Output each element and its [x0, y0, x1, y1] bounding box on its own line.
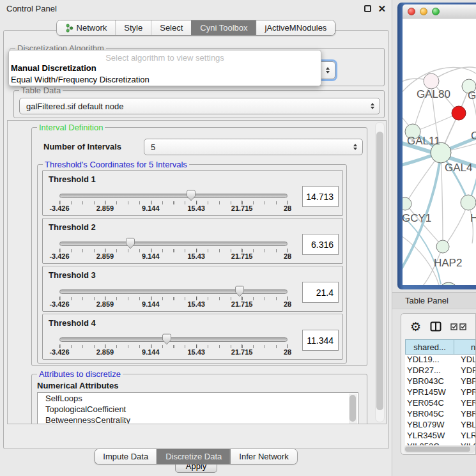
table-row[interactable]: YBR043CYBR0 [405, 376, 476, 387]
checkbox-checked-icon[interactable] [450, 323, 457, 330]
node-gcy1[interactable] [403, 197, 411, 210]
slider-track[interactable] [59, 289, 288, 294]
node-label: GAL4 [445, 162, 472, 174]
tick-label: 28 [284, 204, 291, 212]
tick-label: 28 [284, 300, 291, 308]
list-item[interactable]: SelfLoops [38, 393, 358, 404]
threshold-2-slider[interactable]: -3.426 2.859 9.144 15.43 21.715 28 [59, 242, 288, 246]
popup-item-equal-width-frequency[interactable]: Equal Width/Frequency Discretization [9, 74, 321, 86]
node-label: GAL11 [407, 135, 440, 147]
tick-label: 2.859 [96, 300, 114, 308]
top-tab-bar: Network Style Select Cyni Toolbox jActiv… [56, 20, 336, 36]
node-label: C [471, 130, 476, 142]
table-row[interactable]: YPR145WYPR1 [405, 387, 476, 398]
table-data-group: Table Data galFiltered.sif default node [13, 90, 385, 118]
node-gal80[interactable] [424, 73, 439, 89]
node-label: GA [468, 89, 476, 102]
combo-arrows-icon [353, 144, 357, 150]
popup-item-manual-discretization[interactable]: Manual Discretization [9, 63, 321, 74]
list-item[interactable]: BetweennessCentrality [38, 415, 358, 424]
cell-shared: YER054C [405, 398, 454, 409]
close-traffic-light-icon[interactable] [408, 8, 415, 15]
table-row[interactable]: YLR345WYLR3 [405, 431, 476, 441]
slider-track[interactable] [59, 337, 288, 342]
list-item[interactable]: TopologicalCoefficient [38, 404, 358, 415]
checkbox-checked-icon[interactable] [459, 323, 466, 330]
cell-name: YBR0 [454, 409, 476, 420]
node-label: GAL80 [417, 88, 450, 100]
threshold-1-value-field[interactable] [302, 186, 339, 207]
threshold-4-value-field[interactable] [302, 330, 339, 351]
column-header-name[interactable]: n [454, 339, 476, 355]
right-column: GAL80 GA GAL11 C GAL4 GCY1 H HAP2 Table … [392, 0, 476, 476]
threshold-3-slider[interactable]: -3.426 2.859 9.144 15.43 21.715 28 [59, 289, 288, 294]
scrollbar-thumb[interactable] [405, 447, 470, 452]
node-selected-red[interactable] [452, 106, 466, 120]
node-table: shared... n YDL19...YDL1 YDR27...YDR2 YB… [405, 339, 476, 445]
minimize-traffic-light-icon[interactable] [420, 8, 427, 15]
tab-discretize-data[interactable]: Discretize Data [157, 449, 230, 464]
node-hap2[interactable] [436, 240, 449, 253]
zoom-traffic-light-icon[interactable] [432, 8, 440, 15]
tick-label: 21.715 [231, 252, 253, 260]
scrollbar-thumb[interactable] [376, 132, 383, 410]
node-label: GCY1 [403, 212, 431, 224]
table-row[interactable]: YBL079WYBL0 [405, 420, 476, 431]
numerical-attributes-label: Numerical Attributes [37, 381, 118, 390]
float-panel-icon[interactable] [364, 5, 371, 12]
slider-ticks [59, 345, 288, 348]
cyni-toolbox-panel: Discretization Algorithm Table Data galF… [3, 30, 389, 449]
table-row[interactable]: YDR27...YDR2 [405, 365, 476, 376]
threshold-1-slider[interactable]: -3.426 2.859 9.144 15.43 21.715 28 [59, 194, 288, 198]
threshold-label: Threshold 1 [49, 174, 96, 184]
tab-select[interactable]: Select [151, 20, 191, 35]
tick-label: -3.426 [49, 300, 69, 308]
tick-label: 9.144 [142, 348, 160, 356]
combo-arrows-icon [326, 67, 330, 73]
node-h[interactable] [461, 195, 476, 210]
tick-label: 21.715 [231, 348, 253, 356]
thresholds-group: Threshold's Coordinates for 5 Intervals … [37, 164, 347, 364]
tick-label: 21.715 [231, 204, 253, 212]
cell-shared: YBL079W [405, 420, 454, 431]
network-canvas[interactable]: GAL80 GA GAL11 C GAL4 GCY1 H HAP2 [403, 19, 476, 285]
table-row[interactable]: YDL19...YDL1 [405, 355, 476, 365]
table-row[interactable]: YBR045CYBR0 [405, 409, 476, 420]
table-horizontal-scrollbar[interactable] [404, 445, 475, 453]
cell-shared: YBR045C [405, 409, 454, 420]
table-data-combobox[interactable]: galFiltered.sif default node [19, 98, 380, 114]
close-icon[interactable]: ✕ [378, 5, 386, 12]
num-intervals-label: Number of Intervals [43, 142, 121, 151]
tab-cyni-toolbox[interactable]: Cyni Toolbox [191, 20, 256, 35]
split-columns-icon[interactable] [430, 321, 441, 332]
threshold-2-value-field[interactable] [302, 234, 339, 255]
node-bottom[interactable] [439, 282, 458, 285]
threshold-4-slider[interactable]: -3.426 2.859 9.144 15.43 21.715 28 [59, 337, 288, 342]
interval-definition-group: Interval Definition Number of Intervals … [31, 127, 367, 366]
threshold-3-value-field[interactable] [302, 282, 339, 303]
tab-impute-data[interactable]: Impute Data [95, 449, 157, 464]
tab-jactivemnodules[interactable]: jActiveMNodules [256, 20, 335, 35]
table-data-value: galFiltered.sif default node [26, 102, 123, 111]
tick-label: 2.859 [96, 252, 114, 260]
column-header-shared-name[interactable]: shared... [405, 339, 454, 355]
slider-track[interactable] [59, 194, 288, 198]
num-intervals-combobox[interactable]: 5 [144, 139, 363, 155]
settings-scrollbar[interactable] [375, 122, 385, 422]
network-nodes[interactable] [403, 73, 476, 285]
table-panel-title: Table Panel [405, 296, 449, 305]
network-window-titlebar[interactable] [403, 4, 476, 19]
gear-icon[interactable]: ⚙ [410, 321, 421, 333]
network-graph[interactable]: GAL80 GA GAL11 C GAL4 GCY1 H HAP2 [403, 19, 476, 285]
tab-network[interactable]: Network [57, 20, 116, 35]
tab-label: Network [77, 23, 107, 33]
list-scrollbar[interactable] [349, 394, 357, 424]
scrollbar-thumb[interactable] [349, 395, 356, 422]
cell-shared: YBR043C [405, 376, 454, 387]
table-row[interactable]: YER054CYER0 [405, 398, 476, 409]
slider-track[interactable] [59, 242, 288, 246]
tab-infer-network[interactable]: Infer Network [230, 449, 296, 464]
table-body: YDL19...YDL1 YDR27...YDR2 YBR043CYBR0 YP… [405, 355, 476, 445]
tab-style[interactable]: Style [115, 20, 151, 35]
cell-name: YDL1 [454, 355, 476, 365]
